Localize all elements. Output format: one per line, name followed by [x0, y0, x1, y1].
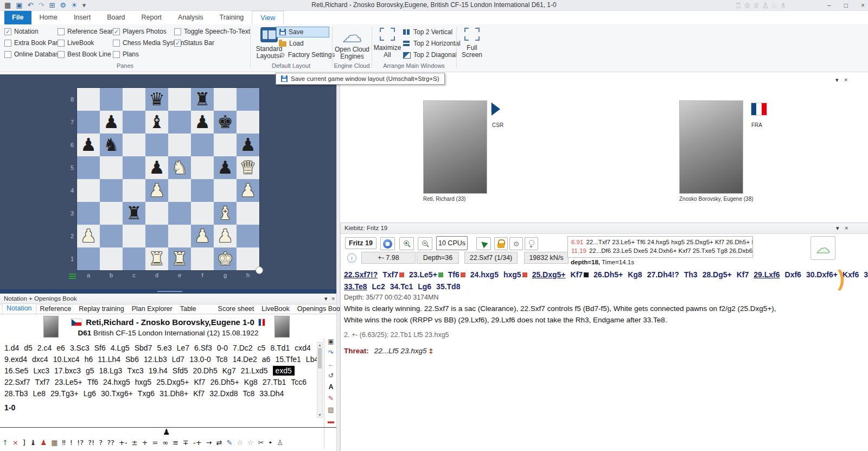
checkbox-toggle-speech-to-text[interactable]: Toggle Speech-To-Text	[174, 28, 250, 35]
checkbox-icon[interactable]	[4, 40, 11, 47]
evaluation-button[interactable]: +- 7.98	[361, 252, 416, 264]
horizontal-splitter[interactable]	[0, 289, 340, 294]
close-icon[interactable]: ×	[861, 2, 865, 9]
scroll-down-icon[interactable]: ▼	[317, 413, 322, 417]
board-square-g1[interactable]: ♚	[214, 247, 237, 270]
checkbox-icon[interactable]	[58, 51, 65, 58]
load-layout-button[interactable]: Load	[276, 38, 329, 49]
board-square-a3[interactable]	[77, 202, 100, 225]
move-token[interactable]: Ld7	[172, 355, 184, 364]
main-line-move[interactable]: 35.Td8	[436, 282, 460, 291]
open-cloud-engines-button[interactable]: ☁ Open Cloud Engines	[333, 26, 372, 60]
board-square-d8[interactable]: ♛	[145, 88, 168, 111]
main-line-move[interactable]: 33.Te8	[344, 282, 367, 291]
board-square-g3[interactable]: ♝	[214, 202, 237, 225]
board-square-b7[interactable]: ♟	[100, 111, 123, 134]
board-square-a7[interactable]	[77, 111, 100, 134]
move-token[interactable]: 7.Dc2	[233, 344, 253, 352]
edit-pencil-icon[interactable]: ✎	[328, 395, 334, 402]
tab-plan-explorer[interactable]: Plan Explorer	[128, 304, 176, 314]
annotation-very-good-icon[interactable]: ‼	[62, 438, 66, 448]
move-token[interactable]: 25.Dxg5+	[156, 378, 189, 386]
move-token[interactable]: 33.Dh4	[259, 389, 284, 398]
main-line-move[interactable]: 34.Tc1	[390, 282, 413, 291]
scroll-up-icon[interactable]: ▲	[317, 343, 322, 347]
main-line-move[interactable]: 29.Lxf6	[754, 270, 780, 279]
board-square-b8[interactable]	[100, 88, 123, 111]
board-square-f6[interactable]	[191, 134, 214, 156]
annotation-piece-small-icon[interactable]: ♙	[277, 438, 283, 448]
move-token[interactable]: 9.exd4	[4, 355, 27, 364]
ribbon-tab-view[interactable]: View	[252, 11, 284, 24]
collapse-icon[interactable]: ▾	[324, 295, 328, 302]
ribbon-tab-home[interactable]: Home	[31, 11, 66, 24]
checkbox-players-photos[interactable]: ✓Players Photos	[113, 28, 184, 35]
main-line-move[interactable]: Kf7	[737, 270, 749, 279]
checkbox-icon[interactable]: ✓	[174, 40, 181, 47]
checkbox-chess-media-system[interactable]: Chess Media System	[113, 39, 184, 47]
annotation-white-winning-icon[interactable]: +-	[119, 438, 127, 448]
main-line-move[interactable]: Kf7	[571, 270, 589, 279]
annotation-star-1-icon[interactable]: ☆	[237, 438, 243, 448]
depth-button[interactable]: Depth=36	[417, 252, 459, 264]
board-square-g8[interactable]	[214, 88, 237, 111]
board-square-b5[interactable]	[100, 156, 123, 179]
annotation-mistake-icon[interactable]: ?	[99, 438, 103, 448]
board-square-f2[interactable]: ♟	[191, 225, 214, 247]
annotation-piece-red-icon[interactable]: ♟	[41, 438, 47, 448]
checkbox-icon[interactable]	[113, 40, 120, 47]
copy-icon[interactable]: ▣	[328, 338, 334, 345]
board-square-b6[interactable]: ♞	[100, 134, 123, 156]
cloud-engine-button[interactable]: ☁	[810, 236, 835, 260]
main-line-move[interactable]: Lc2	[372, 282, 385, 291]
board-square-h1[interactable]	[237, 247, 259, 270]
move-token[interactable]: 5.e3	[157, 344, 171, 352]
move-token[interactable]: Kg7	[222, 366, 236, 375]
board-square-h3[interactable]	[237, 202, 259, 225]
move-token[interactable]: cxd4	[295, 344, 311, 352]
annotation-compensation-icon[interactable]: ≡	[173, 438, 178, 448]
annotation-media-box-icon[interactable]: ▦	[51, 438, 58, 448]
stop-engine-button[interactable]	[380, 237, 395, 250]
move-token[interactable]: Kf7	[193, 389, 205, 398]
board-square-a2[interactable]: ♟	[77, 225, 100, 247]
main-line-move[interactable]: 26.Dh5+	[593, 270, 623, 279]
main-line-move[interactable]: 23.Le5+	[409, 270, 443, 279]
move-token[interactable]: Txg6	[138, 389, 155, 398]
annotation-black-winning-icon[interactable]: -+	[193, 438, 202, 448]
main-line-move[interactable]: 28.Dg5+	[703, 270, 732, 279]
move-token[interactable]: a6	[262, 355, 271, 364]
move-token[interactable]: Txf7	[35, 378, 49, 386]
restore-icon[interactable]: □	[844, 2, 848, 9]
annotation-blunder-icon[interactable]: ??	[107, 438, 114, 448]
board-square-c4[interactable]	[123, 179, 145, 202]
checkbox-notation[interactable]: ✓Notation	[4, 28, 63, 35]
board-square-d2[interactable]	[145, 225, 168, 247]
board-square-e1[interactable]: ♜	[168, 247, 191, 270]
chess-board[interactable]: ♛♜♟♝♟♚♟♞♟♟♞♟♛♟♟♜♝♟♟♟♜♜♚	[77, 88, 259, 270]
annotation-plus-icon[interactable]: +	[142, 438, 148, 448]
annotation-delete-icon[interactable]: ×	[12, 438, 18, 448]
move-token[interactable]: dxc4	[32, 355, 48, 364]
board-square-a8[interactable]	[77, 88, 100, 111]
board-square-e3[interactable]	[168, 202, 191, 225]
engine-main-line-1[interactable]: 22.Sxf7!?Txf723.Le5+Tf624.hxg5hxg525.Dxg…	[344, 270, 868, 280]
annotation-star-2-icon[interactable]: ☆	[247, 438, 254, 448]
board-square-e5[interactable]: ♞	[168, 156, 191, 179]
tab-livebook[interactable]: LiveBook	[258, 304, 293, 314]
ribbon-tab-insert[interactable]: Insert	[66, 11, 99, 24]
arrange-item-top-2-diagonal[interactable]: Top 2 Diagonal	[403, 50, 461, 59]
main-line-move[interactable]: Kxf6	[843, 270, 859, 279]
move-token[interactable]: 10.Lxc4	[53, 355, 80, 364]
move-token[interactable]: 2.c4	[37, 344, 52, 352]
checkbox-status-bar[interactable]: ✓Status Bar	[174, 39, 250, 47]
move-token[interactable]: Sf6	[94, 344, 106, 352]
cpu-count-button[interactable]: 10 CPUs	[436, 236, 468, 250]
annotation-dot-icon[interactable]: •	[269, 438, 273, 448]
move-token[interactable]: 12.Lb3	[144, 355, 167, 364]
arrange-item-top-2-horizontal[interactable]: Top 2 Horizontal	[403, 39, 461, 47]
move-token[interactable]: Tc8	[216, 355, 228, 364]
checkbox-online-database[interactable]: Online Database	[4, 50, 63, 58]
move-token[interactable]: 32.Dxd8	[209, 389, 238, 398]
ribbon-tab-file[interactable]: File	[4, 11, 31, 24]
